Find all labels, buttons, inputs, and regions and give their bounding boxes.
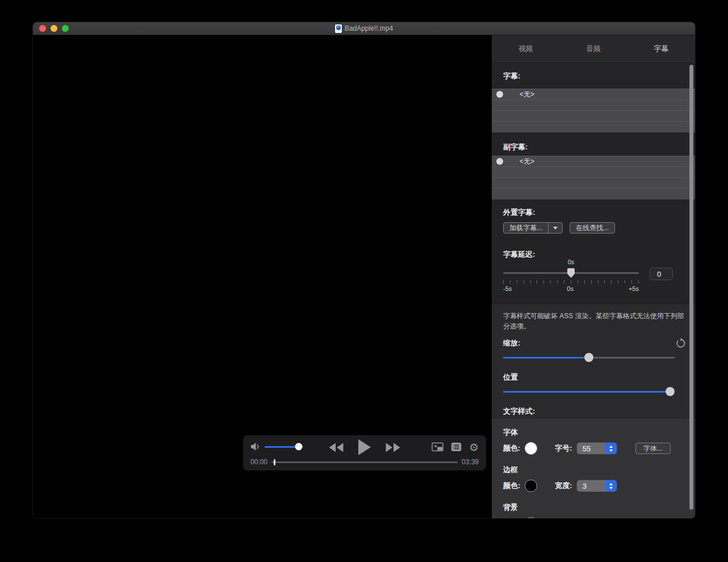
- volume-thumb[interactable]: [295, 443, 302, 451]
- load-subtitle-split-button: 加载字幕...: [503, 222, 563, 234]
- rewind-button[interactable]: [329, 443, 344, 452]
- close-button[interactable]: [39, 25, 46, 32]
- background-color-well[interactable]: [525, 517, 537, 519]
- font-size-value[interactable]: 55: [577, 443, 605, 454]
- panel-scrollbar[interactable]: [689, 65, 693, 510]
- style-sliders-section: 字幕样式可能破坏 ASS 渲染。某些字幕格式无法使用下列部分选项。 缩放: 位: [492, 304, 695, 418]
- background-group-label: 背景: [503, 502, 684, 513]
- window-title: BadApple!!.mp4: [345, 24, 393, 32]
- total-time-label: 03:39: [462, 458, 479, 466]
- position-label: 位置: [503, 372, 518, 382]
- delay-min-label: -5s: [503, 285, 512, 292]
- pip-button[interactable]: [432, 442, 444, 452]
- border-width-stepper[interactable]: 3: [577, 480, 617, 492]
- text-style-header: 文字样式:: [503, 406, 535, 417]
- playhead-marker[interactable]: [274, 459, 275, 465]
- titlebar[interactable]: BadApple!!.mp4: [33, 22, 695, 35]
- subtitle-settings-panel: 视频 音频 字幕 字幕: <无> 副字幕:: [491, 35, 695, 519]
- chevron-up-icon: [609, 446, 613, 448]
- text-style-section: 字体 颜色: 字号: 55 字体...: [492, 418, 695, 519]
- font-size-label: 字号:: [555, 443, 572, 453]
- settings-gear-button[interactable]: ⚙: [469, 443, 479, 452]
- playlist-button[interactable]: [451, 442, 462, 452]
- search-online-button[interactable]: 在线查找...: [570, 222, 615, 234]
- selected-radio-icon: [496, 158, 503, 165]
- secondary-track-row-empty[interactable]: [492, 189, 695, 199]
- secondary-track-row-empty[interactable]: [492, 178, 695, 189]
- current-time-label: 00:00: [250, 458, 267, 466]
- stepper-updown-buttons[interactable]: [605, 443, 617, 454]
- delay-tick-marks: [503, 280, 639, 284]
- desktop-background: BadApple!!.mp4: [0, 0, 728, 562]
- play-button[interactable]: [358, 439, 372, 456]
- chevron-down-icon: [609, 449, 613, 452]
- secondary-track-row-none[interactable]: <无>: [492, 156, 695, 167]
- fast-forward-button[interactable]: [386, 443, 401, 452]
- delay-current-value: 0s: [503, 259, 639, 267]
- stepper-updown-buttons[interactable]: [605, 480, 617, 492]
- load-subtitle-dropdown-button[interactable]: [548, 223, 562, 233]
- subtitle-track-row-empty[interactable]: [492, 122, 695, 132]
- delay-center-label: 0s: [567, 285, 574, 292]
- panel-tabbar: 视频 音频 字幕: [492, 35, 695, 63]
- subtitle-track-row-empty[interactable]: [492, 111, 695, 122]
- video-file-icon: [335, 24, 342, 33]
- scale-thumb[interactable]: [584, 353, 593, 362]
- subtitle-track-list: <无>: [492, 89, 695, 132]
- fullscreen-button[interactable]: [62, 25, 69, 32]
- scale-fill: [503, 357, 589, 359]
- border-width-value[interactable]: 3: [577, 480, 605, 492]
- font-group-label: 字体: [503, 427, 684, 438]
- load-subtitle-button[interactable]: 加载字幕...: [504, 223, 548, 233]
- secondary-subtitle-track-list: <无>: [492, 156, 695, 199]
- choose-font-button[interactable]: 字体...: [635, 443, 671, 454]
- scale-label: 缩放:: [503, 338, 520, 348]
- reset-scale-button[interactable]: [675, 338, 686, 349]
- scale-slider[interactable]: [503, 353, 675, 362]
- volume-slider[interactable]: [265, 443, 303, 451]
- border-color-label: 颜色:: [503, 481, 520, 491]
- playback-controls: ⚙ 00:00 03:39: [243, 435, 486, 471]
- subtitle-track-row-empty[interactable]: [492, 100, 695, 111]
- font-color-label: 颜色:: [503, 443, 520, 453]
- delay-thumb[interactable]: [567, 268, 575, 278]
- chevron-up-icon: [609, 483, 613, 485]
- position-fill: [503, 391, 675, 393]
- subtitle-list-header: 字幕:: [492, 63, 695, 89]
- secondary-subtitle-header: 副字幕:: [492, 132, 695, 156]
- selected-radio-icon: [496, 91, 503, 98]
- border-width-label: 宽度:: [555, 481, 572, 491]
- position-thumb[interactable]: [666, 387, 675, 396]
- border-color-well[interactable]: [525, 480, 537, 492]
- window-title-group: BadApple!!.mp4: [335, 24, 393, 33]
- volume-fill: [265, 446, 299, 448]
- traffic-lights: [39, 22, 69, 35]
- delay-max-label: +5s: [629, 285, 639, 292]
- subtitle-delay-slider[interactable]: 0s -5s 0s +5s: [503, 259, 639, 292]
- volume-icon[interactable]: [250, 442, 261, 451]
- font-size-stepper[interactable]: 55: [577, 443, 617, 454]
- chevron-down-icon: [609, 487, 613, 489]
- player-window: BadApple!!.mp4: [32, 22, 696, 519]
- tab-audio[interactable]: 音频: [559, 35, 627, 63]
- background-color-label: 颜色:: [503, 518, 520, 519]
- ass-style-warning: 字幕样式可能破坏 ASS 渲染。某些字幕格式无法使用下列部分选项。: [503, 304, 686, 331]
- secondary-track-row-empty[interactable]: [492, 167, 695, 178]
- border-group-label: 边框: [503, 465, 684, 475]
- external-subtitle-header: 外置字幕:: [503, 207, 535, 218]
- subtitle-delay-input[interactable]: [650, 268, 673, 280]
- position-slider[interactable]: [503, 387, 675, 396]
- video-area[interactable]: ⚙ 00:00 03:39: [33, 35, 491, 519]
- tab-video[interactable]: 视频: [492, 35, 559, 63]
- minimize-button[interactable]: [51, 25, 57, 32]
- tab-subtitle[interactable]: 字幕: [627, 35, 695, 63]
- external-subtitle-section: 外置字幕: 加载字幕... 在线查找... 字幕延迟: 0s: [492, 199, 695, 304]
- subtitle-track-row-none[interactable]: <无>: [492, 89, 695, 100]
- chevron-down-icon: [553, 227, 558, 230]
- font-color-well[interactable]: [525, 442, 537, 455]
- progress-bar[interactable]: [271, 461, 458, 463]
